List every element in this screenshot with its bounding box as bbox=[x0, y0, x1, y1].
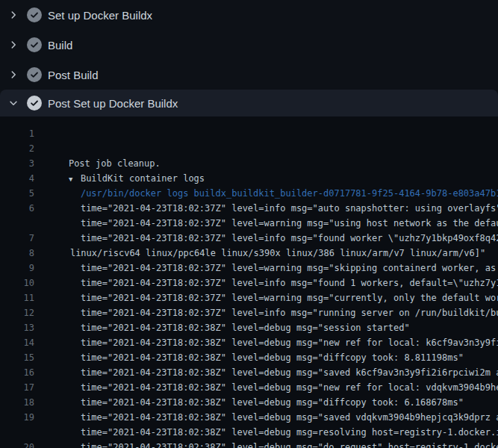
check-circle-icon bbox=[27, 37, 42, 52]
log-line-number[interactable]: 19 bbox=[0, 410, 34, 425]
log-row: 3 /usr/bin/docker logs buildx_buildkit_b… bbox=[0, 156, 498, 171]
step-label: Post Build bbox=[48, 69, 99, 81]
log-line-number[interactable]: 11 bbox=[0, 290, 34, 305]
step-label: Build bbox=[48, 39, 72, 52]
step-label: Set up Docker Buildx bbox=[48, 9, 152, 22]
log-line-number[interactable]: 15 bbox=[0, 350, 34, 365]
log-line-number[interactable]: 14 bbox=[0, 335, 34, 350]
log-row: 20 time="2021-04-23T18:02:38Z" level=deb… bbox=[0, 440, 498, 448]
log-row: 2 ▼BuildKit container logs bbox=[0, 141, 498, 156]
steps-list: Set up Docker Buildx Build Post Build Po… bbox=[0, 0, 498, 116]
log-line-number[interactable]: 16 bbox=[0, 365, 34, 380]
log-row: 11 time="2021-04-23T18:02:38Z" level=deb… bbox=[0, 290, 498, 305]
step-row-2[interactable]: Post Build bbox=[0, 60, 498, 90]
log-line-number[interactable]: 18 bbox=[0, 395, 34, 410]
log-row: 16 time="2021-04-23T18:02:38Z" level=deb… bbox=[0, 365, 498, 380]
log-row: 1 Post job cleanup. bbox=[0, 126, 498, 141]
chevron-right-icon[interactable] bbox=[8, 10, 19, 20]
log-line-number[interactable]: 7 bbox=[0, 231, 34, 246]
chevron-right-icon[interactable] bbox=[8, 69, 19, 80]
step-row-0[interactable]: Set up Docker Buildx bbox=[0, 0, 498, 30]
log-row: 15 time="2021-04-23T18:02:38Z" level=deb… bbox=[0, 350, 498, 365]
step-row-3[interactable]: Post Set up Docker Buildx bbox=[0, 90, 498, 116]
log-line-number[interactable]: 1 bbox=[0, 126, 34, 141]
check-circle-icon bbox=[27, 67, 42, 82]
log-line-number[interactable]: 4 bbox=[0, 171, 34, 186]
log-row: 7 time="2021-04-23T18:02:37Z" level=warn… bbox=[0, 231, 498, 246]
log-line-number[interactable]: 8 bbox=[0, 246, 34, 261]
log-row: 18 time="2021-04-23T18:02:38Z" level=deb… bbox=[0, 395, 498, 410]
log-line-number[interactable]: 5 bbox=[0, 186, 34, 201]
log-row: 9 time="2021-04-23T18:02:37Z" level=warn… bbox=[0, 261, 498, 276]
log-row: 19 time="2021-04-23T18:02:38Z" level=deb… bbox=[0, 410, 498, 425]
log-row: 10 time="2021-04-23T18:02:37Z" level=inf… bbox=[0, 276, 498, 290]
log-area: 1 Post job cleanup. 2 ▼BuildKit containe… bbox=[0, 116, 498, 448]
log-row: 5 time="2021-04-23T18:02:37Z" level=warn… bbox=[0, 186, 498, 201]
log-line-number[interactable]: 3 bbox=[0, 156, 34, 171]
log-line-number[interactable]: 9 bbox=[0, 261, 34, 276]
log-row: 13 time="2021-04-23T18:02:38Z" level=deb… bbox=[0, 320, 498, 335]
log-line-number[interactable]: 10 bbox=[0, 276, 34, 290]
step-row-1[interactable]: Build bbox=[0, 30, 498, 60]
log-row: 8 time="2021-04-23T18:02:37Z" level=info… bbox=[0, 246, 498, 261]
log-line-number[interactable]: 13 bbox=[0, 320, 34, 335]
log-row: linux/riscv64 linux/ppc64le linux/s390x … bbox=[0, 216, 498, 231]
log-line-number[interactable]: 6 bbox=[0, 201, 34, 216]
chevron-down-icon[interactable] bbox=[8, 98, 19, 108]
log-row: 4 time="2021-04-23T18:02:37Z" level=info… bbox=[0, 171, 498, 186]
log-row: application/vnd.oci.image.index.v1+json,… bbox=[0, 425, 498, 440]
log-row: 14 time="2021-04-23T18:02:38Z" level=deb… bbox=[0, 335, 498, 350]
check-circle-icon bbox=[27, 7, 42, 22]
log-row: 6 time="2021-04-23T18:02:37Z" level=info… bbox=[0, 201, 498, 216]
log-line-number[interactable]: 20 bbox=[0, 440, 34, 448]
check-circle-icon bbox=[27, 96, 42, 111]
log-line-number[interactable]: 17 bbox=[0, 380, 34, 395]
log-row: 12 time="2021-04-23T18:02:38Z" level=deb… bbox=[0, 305, 498, 320]
log-line-number[interactable]: 12 bbox=[0, 305, 34, 320]
step-label: Post Set up Docker Buildx bbox=[48, 97, 178, 110]
chevron-right-icon[interactable] bbox=[8, 40, 19, 50]
log-line-number[interactable]: 2 bbox=[0, 141, 34, 156]
log-row: 17 time="2021-04-23T18:02:38Z" level=deb… bbox=[0, 380, 498, 395]
